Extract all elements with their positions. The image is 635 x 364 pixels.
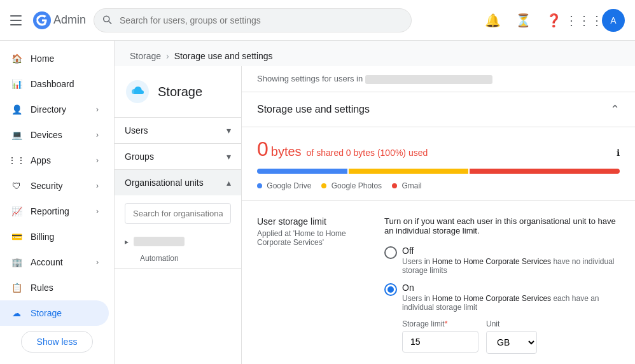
storage-settings-title: Storage use and settings [257,104,370,115]
users-chevron-down-icon: ▾ [227,125,231,136]
collapse-icon[interactable]: ⌃ [610,102,620,116]
support-icon[interactable]: ⏳ [510,8,536,33]
account-icon: 🏢 [10,256,23,269]
org-units-section: Organisational units ▴ ▸ Automation [115,170,241,269]
storage-unit: bytes [271,144,302,159]
groups-chevron-down-icon: ▾ [227,151,231,162]
gmail-legend-dot [392,183,397,188]
storage-legend: Google Drive Google Photos Gmail [257,181,620,190]
google-g-icon [36,15,48,26]
devices-icon: 💻 [10,129,23,141]
notification-icon[interactable]: 🔔 [480,8,505,33]
photos-legend: Google Photos [321,181,382,190]
breadcrumb-parent[interactable]: Storage [130,51,161,61]
menu-icon[interactable] [10,13,25,28]
org-units-label: Organisational units [125,178,204,188]
sidebar-item-label: Billing [31,232,54,242]
gmail-legend: Gmail [392,181,422,190]
storage-limit-left: User storage limit Applied at 'Home to H… [257,216,359,361]
admin-label: Admin [53,13,86,27]
sidebar-item-label: Reporting [31,206,69,216]
split-view: Storage Users ▾ Groups ▾ Org [115,66,635,364]
chevron-right-icon: › [96,156,99,165]
gmail-bar [470,169,620,174]
org-units-chevron-up-icon: ▴ [227,178,231,188]
storage-limit-label: Storage limit* [402,319,478,328]
org-units-section-header[interactable]: Organisational units ▴ [115,170,241,195]
apps-grid-icon[interactable]: ⋮⋮⋮ [571,8,597,33]
org-units-search[interactable] [115,195,241,232]
photos-legend-dot [321,183,326,188]
home-icon: 🏠 [10,52,23,65]
storage-bar [257,169,620,174]
org-unit-item[interactable]: ▸ [115,232,241,251]
sidebar-item-label: Devices [31,130,62,140]
radio-on-option[interactable]: On Users in Home to Home Corporate Servi… [384,283,620,354]
chevron-right-icon: › [96,181,99,190]
sidebar-item-label: Directory [31,104,66,115]
showing-label: Showing settings for users in [242,66,635,92]
org-search-input[interactable] [125,203,231,224]
info-icon[interactable]: ℹ [617,148,620,158]
sidebar-item-account[interactable]: 🏢 Account › [0,249,109,275]
storage-limit-title: User storage limit [257,216,359,227]
storage-limit-applied: Applied at 'Home to Home Corporate Servi… [257,229,359,247]
storage-limit-input[interactable] [402,331,478,353]
users-section: Users ▾ [115,118,241,144]
groups-section: Groups ▾ [115,144,241,170]
radio-on-label: On [402,283,620,293]
sidebar-item-label: Rules [31,283,53,293]
drive-bar [257,169,347,174]
storage-usage: 0 bytes of shared 0 bytes (100%) used ℹ [242,127,635,200]
users-section-header[interactable]: Users ▾ [115,118,241,143]
search-input[interactable] [94,8,412,32]
sidebar-item-dashboard[interactable]: 📊 Dashboard [0,71,109,97]
content-area: Storage › Storage use and settings Stora… [115,41,635,364]
org-unit-automation[interactable]: Automation [115,251,241,268]
breadcrumb: Storage › Storage use and settings [115,41,635,66]
sidebar-item-label: Security [31,181,63,191]
breadcrumb-current: Storage use and settings [174,51,273,61]
sidebar-item-label: Apps [31,155,51,165]
storage-detail: of shared 0 bytes (100%) used [307,148,428,158]
sidebar-item-label: Home [31,53,54,64]
storage-unit-select[interactable]: MB GB TB [486,331,537,354]
sidebar-item-apps[interactable]: ⋮⋮ Apps › [0,148,109,173]
show-less-button[interactable]: Show less [21,331,94,353]
drive-legend: Google Drive [257,181,311,190]
breadcrumb-separator: › [166,51,169,61]
storage-value: 0 [257,137,269,161]
sidebar-item-label: Dashboard [31,79,74,89]
sidebar-item-billing[interactable]: 💳 Billing [0,224,109,249]
dashboard-icon: 📊 [10,78,23,90]
chevron-right-icon: › [96,130,99,139]
directory-icon: 👤 [10,103,23,116]
sidebar-item-directory[interactable]: 👤 Directory › [0,97,109,122]
sidebar-item-security[interactable]: 🛡 Security › [0,173,109,199]
storage-settings-header: Storage use and settings ⌃ [242,92,635,127]
radio-off-option[interactable]: Off Users in Home to Home Corporate Serv… [384,246,620,275]
drive-legend-dot [257,183,262,188]
showing-prefix: Showing settings for users in [257,74,363,83]
radio-on-button[interactable] [384,283,397,296]
sidebar-item-rules[interactable]: 📋 Rules [0,275,109,300]
topbar: Admin 🔔 ⏳ ❓ ⋮⋮⋮ A [0,0,635,41]
sidebar-item-label: Storage [31,308,62,318]
logo: Admin [33,11,86,29]
radio-off-button[interactable] [384,246,397,259]
users-label: Users [125,125,148,136]
search-bar[interactable] [94,8,412,32]
sidebar-item-storage[interactable]: ☁ Storage [0,300,109,326]
sidebar-item-reporting[interactable]: 📈 Reporting › [0,199,109,224]
billing-icon: 💳 [10,230,23,243]
send-feedback-button[interactable]: 💬 Send feedback [0,358,114,364]
avatar[interactable]: A [602,9,625,32]
storage-icon: ☁ [10,307,23,319]
search-icon [101,13,113,27]
radio-off-content: Off Users in Home to Home Corporate Serv… [402,246,620,275]
radio-on-content: On Users in Home to Home Corporate Servi… [402,283,620,354]
sidebar-item-home[interactable]: 🏠 Home [0,46,109,71]
help-icon[interactable]: ❓ [541,8,566,33]
sidebar-item-devices[interactable]: 💻 Devices › [0,122,109,148]
groups-section-header[interactable]: Groups ▾ [115,144,241,169]
